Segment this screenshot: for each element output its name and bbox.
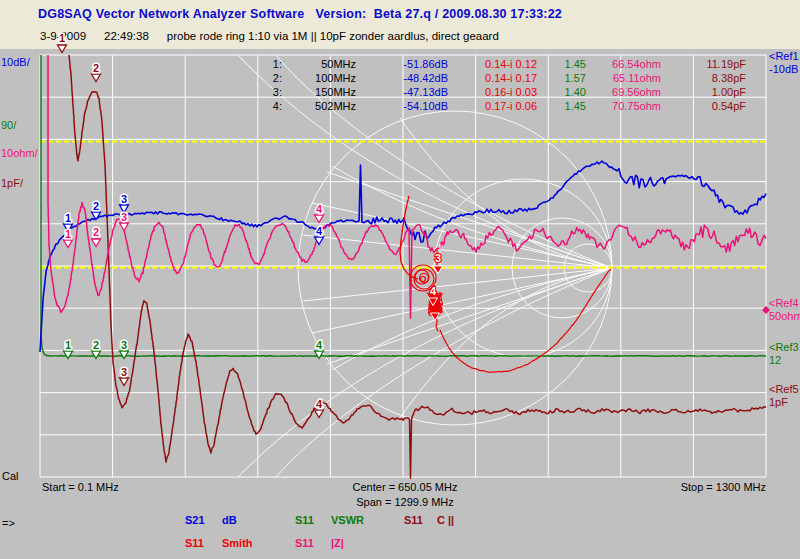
- marker-number[interactable]: 3: [435, 252, 441, 264]
- legend-item-s11[interactable]: S11: [295, 537, 314, 549]
- marker-number[interactable]: 1: [65, 228, 71, 240]
- center-frequency-label[interactable]: Center = 650.05 MHz: [335, 481, 475, 493]
- marker-triangle[interactable]: [92, 74, 101, 82]
- marker-triangle[interactable]: [431, 313, 440, 321]
- marker-number[interactable]: 4: [430, 285, 437, 297]
- legend-item-s21[interactable]: S21: [185, 514, 205, 526]
- marker-cell: 1.00pF: [661, 85, 746, 99]
- marker-cell: 8.38pF: [661, 71, 746, 85]
- legend-item-s11[interactable]: S11: [404, 514, 423, 526]
- marker-number[interactable]: 3: [121, 339, 127, 351]
- marker-table: 1:50MHz-51.86dB0.14-i 0.121.4566.54ohm11…: [266, 57, 746, 113]
- marker-cell: 1.40: [537, 85, 586, 99]
- marker-triangle[interactable]: [315, 215, 324, 223]
- marker-cell: 0.16-i 0.03: [448, 85, 537, 99]
- legend-item-s11[interactable]: S11: [295, 514, 314, 526]
- marker-cell: 150MHz: [282, 85, 356, 99]
- scale-label-1pf[interactable]: 1pF/: [1, 177, 23, 189]
- marker-cell: 502MHz: [282, 99, 356, 113]
- marker-number[interactable]: 4: [316, 339, 323, 351]
- marker-triangle[interactable]: [315, 410, 324, 418]
- marker-number[interactable]: 4: [316, 398, 323, 410]
- scale-label-90[interactable]: 90/: [1, 119, 16, 131]
- marker-cell: -48.42dB: [356, 71, 448, 85]
- marker-cell: 1.57: [537, 71, 586, 85]
- prompt-arrow-label: =>: [2, 517, 15, 529]
- marker-cell: 65.11ohm: [586, 71, 661, 85]
- marker-number[interactable]: 2: [93, 62, 99, 74]
- marker-cell: 1:: [266, 57, 282, 71]
- marker-table-row-2: 2:100MHz-48.42dB0.14-i 0.171.5765.11ohm8…: [266, 71, 746, 85]
- marker-cell: 1.45: [537, 57, 586, 71]
- reference-label-ref4[interactable]: <Ref4 50ohm: [769, 297, 800, 323]
- reference-label-ref3[interactable]: <Ref3 12: [769, 341, 799, 367]
- marker-triangle[interactable]: [120, 351, 129, 359]
- legend-item-s11[interactable]: S11: [185, 537, 204, 549]
- scale-label-10db[interactable]: 10dB/: [1, 56, 30, 68]
- marker-cell: 4:: [266, 99, 282, 113]
- marker-number[interactable]: 4: [316, 225, 323, 237]
- marker-cell: 0.17-i 0.06: [448, 99, 537, 113]
- marker-cell: 50MHz: [282, 57, 356, 71]
- marker-number[interactable]: 2: [93, 339, 99, 351]
- marker-table-row-1: 1:50MHz-51.86dB0.14-i 0.121.4566.54ohm11…: [266, 57, 746, 71]
- marker-table-row-3: 3:150MHz-47.13dB0.16-i 0.031.4069.56ohm1…: [266, 85, 746, 99]
- marker-cell: -47.13dB: [356, 85, 448, 99]
- marker-number[interactable]: 3: [121, 211, 127, 223]
- marker-triangle[interactable]: [92, 239, 101, 247]
- marker-number[interactable]: 2: [93, 226, 99, 238]
- marker-cell: 70.75ohm: [586, 99, 661, 113]
- marker-cell: 2:: [266, 71, 282, 85]
- marker-cell: 66.54ohm: [586, 57, 661, 71]
- marker-number[interactable]: 2: [93, 200, 99, 212]
- marker-cell: 3:: [266, 85, 282, 99]
- marker-cell: 0.14-i 0.17: [448, 71, 537, 85]
- marker-cell: 0.54pF: [661, 99, 746, 113]
- legend-item-c[interactable]: C ||: [437, 514, 454, 526]
- marker-cell: -51.86dB: [356, 57, 448, 71]
- marker-cell: 0.14-i 0.12: [448, 57, 537, 71]
- legend-item-smith[interactable]: Smith: [222, 537, 253, 549]
- marker-number[interactable]: 1: [65, 339, 71, 351]
- marker-number[interactable]: 4: [316, 203, 323, 215]
- marker-number[interactable]: 3: [121, 193, 127, 205]
- marker-table-row-4: 4:502MHz-54.10dB0.17-i 0.061.4570.75ohm0…: [266, 99, 746, 113]
- marker-cell: 100MHz: [282, 71, 356, 85]
- reference-label-ref1[interactable]: <Ref1 -10dB: [769, 50, 799, 76]
- marker-cell: 1.45: [537, 99, 586, 113]
- marker-triangle[interactable]: [315, 351, 324, 359]
- legend-item-vswr[interactable]: VSWR: [331, 514, 364, 526]
- marker-triangle[interactable]: [58, 45, 67, 53]
- marker-cell: 69.56ohm: [586, 85, 661, 99]
- marker-triangle[interactable]: [120, 223, 129, 231]
- marker-number[interactable]: 3: [121, 366, 127, 378]
- span-frequency-label[interactable]: Span = 1299.9 MHz: [335, 496, 475, 508]
- reference-label-ref5[interactable]: <Ref5 1pF: [769, 383, 799, 409]
- cal-status-label: Cal: [2, 470, 19, 482]
- start-frequency-label[interactable]: Start = 0.1 MHz: [42, 481, 119, 493]
- marker-cell: -54.10dB: [356, 99, 448, 113]
- marker-triangle[interactable]: [120, 378, 129, 386]
- scale-label-10ohm[interactable]: 10ohm/: [1, 147, 38, 159]
- marker-number[interactable]: 1: [59, 32, 65, 44]
- marker-triangle[interactable]: [64, 351, 73, 359]
- marker-cell: 11.19pF: [661, 57, 746, 71]
- marker-number[interactable]: 1: [65, 212, 71, 224]
- stop-frequency-label[interactable]: Stop = 1300 MHz: [660, 481, 766, 493]
- legend-item-z[interactable]: |Z|: [331, 537, 344, 549]
- marker-triangle[interactable]: [64, 240, 73, 248]
- legend-item-db[interactable]: dB: [222, 514, 237, 526]
- marker-triangle[interactable]: [92, 351, 101, 359]
